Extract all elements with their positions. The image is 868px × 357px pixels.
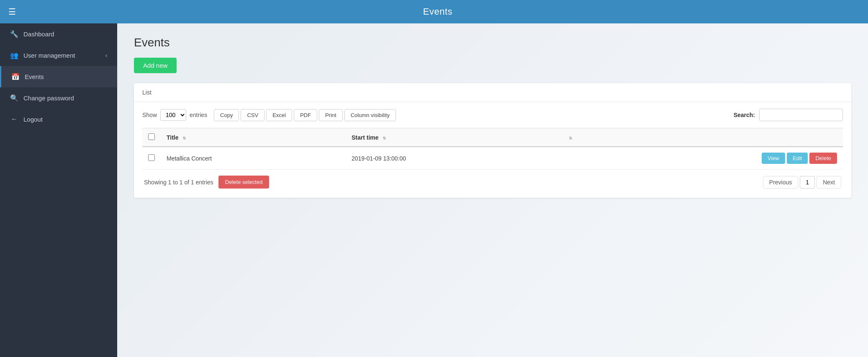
row-start-time: 2019-01-09 13:00:00 bbox=[346, 147, 560, 170]
key-icon: 🔍 bbox=[10, 94, 18, 102]
show-label: Show bbox=[142, 112, 157, 118]
pagination: Previous 1 Next bbox=[763, 176, 841, 189]
showing-text: Showing 1 to 1 of 1 entries bbox=[144, 179, 213, 186]
showing-info: Showing 1 to 1 of 1 entries Delete selec… bbox=[144, 176, 269, 189]
list-panel-body: Show 100 25 50 entries Copy CSV Excel PD… bbox=[134, 102, 851, 198]
row-actions: View Edit Delete bbox=[560, 147, 843, 170]
sidebar-item-label: Logout bbox=[23, 116, 43, 123]
show-entries: Show 100 25 50 entries bbox=[142, 109, 207, 121]
print-button[interactable]: Print bbox=[319, 109, 343, 121]
row-title: Metallica Concert bbox=[161, 147, 346, 170]
chevron-icon: ‹ bbox=[105, 53, 107, 59]
sidebar-item-label: Dashboard bbox=[23, 31, 54, 38]
start-time-sort-icon: ⇅ bbox=[383, 136, 386, 140]
delete-selected-button[interactable]: Delete selected bbox=[218, 176, 270, 189]
row-checkbox[interactable] bbox=[148, 154, 155, 161]
view-button[interactable]: View bbox=[762, 153, 785, 164]
header-title-label: Title bbox=[167, 134, 179, 141]
header-checkbox-cell bbox=[142, 128, 161, 147]
entries-label: entries bbox=[190, 112, 207, 118]
previous-button[interactable]: Previous bbox=[763, 176, 798, 189]
sidebar-item-label: Change password bbox=[23, 94, 74, 102]
entries-select[interactable]: 100 25 50 bbox=[160, 109, 186, 121]
page-title: Events bbox=[134, 36, 851, 49]
table-footer: Showing 1 to 1 of 1 entries Delete selec… bbox=[142, 170, 843, 191]
users-icon: 👥 bbox=[10, 51, 18, 59]
header-actions: ⇅ bbox=[560, 128, 843, 147]
column-visibility-button[interactable]: Column visibility bbox=[344, 109, 396, 121]
logout-icon: ← bbox=[10, 115, 18, 123]
copy-button[interactable]: Copy bbox=[214, 109, 239, 121]
edit-button[interactable]: Edit bbox=[787, 153, 808, 164]
app-title: Events bbox=[423, 6, 452, 17]
sidebar-item-logout[interactable]: ← Logout bbox=[0, 109, 117, 130]
sidebar-item-user-management[interactable]: 👥 User management ‹ bbox=[0, 45, 117, 66]
search-label: Search: bbox=[734, 112, 755, 118]
select-all-checkbox[interactable] bbox=[148, 133, 155, 140]
sidebar-item-label: Events bbox=[25, 73, 44, 80]
sidebar-item-events[interactable]: 📅 Events bbox=[0, 66, 117, 87]
delete-button[interactable]: Delete bbox=[809, 153, 837, 164]
table-header-row: Title ⇅ Start time ⇅ ⇅ bbox=[142, 128, 843, 147]
export-buttons: Copy CSV Excel PDF Print Column visibili… bbox=[214, 109, 396, 121]
list-panel-header: List bbox=[134, 83, 851, 102]
header-start-time-label: Start time bbox=[352, 134, 379, 141]
search-input[interactable] bbox=[759, 109, 843, 121]
title-sort-icon: ⇅ bbox=[182, 136, 186, 140]
row-checkbox-cell bbox=[142, 147, 161, 170]
action-buttons: View Edit Delete bbox=[566, 153, 837, 164]
main-content: Events Add new List Show 100 25 50 entri… bbox=[117, 23, 868, 357]
csv-button[interactable]: CSV bbox=[241, 109, 265, 121]
table-row: Metallica Concert 2019-01-09 13:00:00 Vi… bbox=[142, 147, 843, 170]
sidebar-item-dashboard[interactable]: 🔧 Dashboard bbox=[0, 23, 117, 45]
add-new-button[interactable]: Add new bbox=[134, 58, 177, 73]
main-layout: 🔧 Dashboard 👥 User management ‹ 📅 Events… bbox=[0, 23, 868, 357]
sidebar-item-change-password[interactable]: 🔍 Change password bbox=[0, 87, 117, 109]
table-controls: Show 100 25 50 entries Copy CSV Excel PD… bbox=[142, 109, 843, 121]
next-button[interactable]: Next bbox=[817, 176, 841, 189]
top-header: ☰ Events bbox=[0, 0, 868, 23]
pdf-button[interactable]: PDF bbox=[294, 109, 317, 121]
header-start-time[interactable]: Start time ⇅ bbox=[346, 128, 560, 147]
excel-button[interactable]: Excel bbox=[266, 109, 292, 121]
actions-sort-icon: ⇅ bbox=[569, 136, 572, 140]
current-page: 1 bbox=[800, 176, 815, 189]
sidebar-item-label: User management bbox=[23, 52, 75, 59]
list-panel: List Show 100 25 50 entries Copy bbox=[134, 83, 851, 198]
calendar-icon: 📅 bbox=[11, 73, 20, 81]
hamburger-icon[interactable]: ☰ bbox=[8, 8, 16, 16]
events-table: Title ⇅ Start time ⇅ ⇅ bbox=[142, 128, 843, 170]
header-title[interactable]: Title ⇅ bbox=[161, 128, 346, 147]
table-body: Metallica Concert 2019-01-09 13:00:00 Vi… bbox=[142, 147, 843, 170]
wrench-icon: 🔧 bbox=[10, 30, 18, 38]
search-section: Search: bbox=[734, 109, 843, 121]
sidebar: 🔧 Dashboard 👥 User management ‹ 📅 Events… bbox=[0, 23, 117, 357]
